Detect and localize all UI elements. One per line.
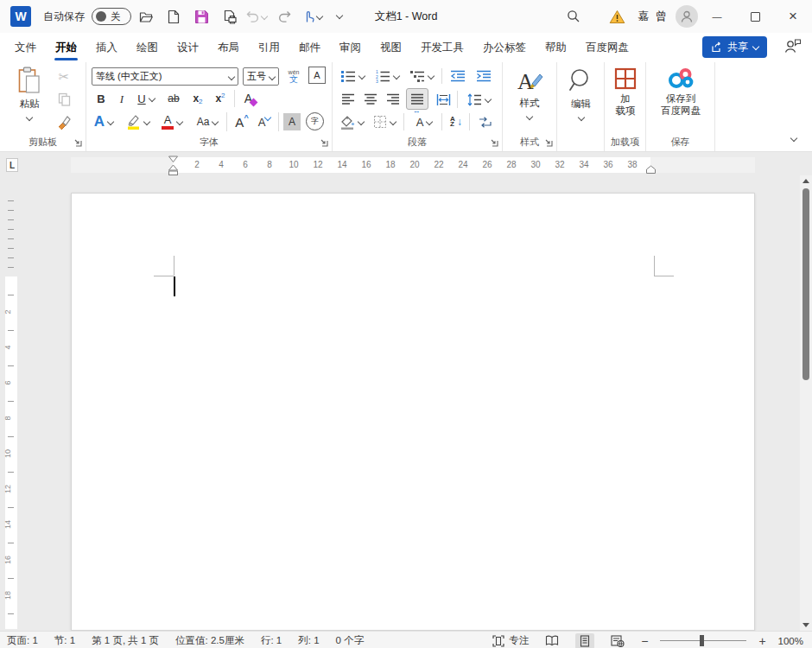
text-effects-button[interactable]: A [90,111,117,132]
minimize-button[interactable]: — [698,0,736,33]
align-right-button[interactable] [383,90,403,109]
shrink-font-button[interactable]: A [254,111,275,132]
borders-button[interactable] [369,112,400,131]
tab-references[interactable]: 引用 [249,33,289,62]
paste-button[interactable]: 粘贴 [9,67,50,143]
autosave-toggle[interactable]: 关 [92,8,131,25]
sort-button[interactable]: AZ ↓ [445,112,467,131]
tab-file[interactable]: 文件 [5,33,46,62]
redo-button[interactable] [271,4,297,29]
position-indicator[interactable]: 位置值: 2.5厘米 [175,634,244,647]
numbering-button[interactable]: 123 [372,67,402,85]
increase-indent-button[interactable] [473,67,495,85]
web-layout-button[interactable] [606,633,629,648]
right-indent-marker[interactable] [645,165,657,175]
word-logo[interactable]: W [10,6,31,27]
bold-button[interactable]: B [92,89,111,108]
tab-stop-selector[interactable]: L [6,158,18,172]
font-color-button[interactable]: A [157,111,187,132]
zoom-percentage[interactable]: 100% [778,636,803,646]
tab-draw[interactable]: 绘图 [127,33,168,62]
tab-baidu-netdisk[interactable]: 百度网盘 [576,33,638,62]
collapse-ribbon-button[interactable] [784,130,803,146]
share-button[interactable]: 共享 [702,36,767,58]
first-line-indent-marker[interactable] [168,156,179,163]
font-dialog-launcher[interactable] [320,138,328,147]
scroll-down-arrow[interactable] [802,623,809,627]
scroll-up-arrow[interactable] [802,179,809,183]
multilevel-list-button[interactable] [407,67,436,85]
zoom-out-button[interactable]: − [641,634,648,648]
enclose-characters-button[interactable]: 字 [306,112,324,130]
tab-help[interactable]: 帮助 [536,33,576,62]
bullets-button[interactable] [338,67,367,85]
tab-design[interactable]: 设计 [168,33,208,62]
undo-button[interactable] [244,4,270,29]
editing-button[interactable]: 编辑 [561,67,601,145]
section-indicator[interactable]: 节: 1 [54,634,75,647]
tab-insert[interactable]: 插入 [86,33,127,62]
document-page[interactable] [71,193,755,631]
tab-mailings[interactable]: 邮件 [289,33,330,62]
character-shading-button[interactable]: A [283,113,301,130]
cut-button[interactable]: ✂ [54,67,74,86]
character-border-button[interactable]: A [308,67,326,84]
scrollbar-thumb[interactable] [802,188,809,380]
page-indicator[interactable]: 页面: 1 [7,634,38,647]
font-size-combo[interactable]: 五号 [243,67,279,86]
show-hide-marks-button[interactable] [473,112,497,131]
tab-layout[interactable]: 布局 [208,33,249,62]
tab-developer[interactable]: 开发工具 [411,33,473,62]
warning-icon[interactable] [609,10,625,24]
grow-font-button[interactable]: A ^ [232,111,252,132]
person-comment-button[interactable] [784,38,802,54]
distribute-text-button[interactable] [433,90,454,109]
tab-view[interactable]: 视图 [371,33,411,62]
underline-button[interactable]: U [133,89,159,108]
customize-qat-button[interactable] [327,4,352,29]
search-button[interactable] [561,4,587,29]
print-layout-button[interactable] [575,633,594,648]
phonetic-guide-button[interactable]: wén 文 [283,66,304,86]
word-count-indicator[interactable]: 0 个字 [336,634,365,647]
addins-button[interactable]: 加 载项 [608,67,643,140]
save-button[interactable] [188,4,214,29]
new-document-button[interactable] [161,4,187,29]
paragraph-dialog-launcher[interactable] [490,138,498,147]
baidu-save-button[interactable]: 保存到 百度网盘 [651,67,710,140]
page-count-indicator[interactable]: 第 1 页, 共 1 页 [92,634,159,647]
tab-review[interactable]: 审阅 [330,33,371,62]
align-left-button[interactable] [338,90,358,109]
subscript-button[interactable]: x 2 [187,89,208,108]
maximize-button[interactable] [736,0,774,33]
tab-office-tab[interactable]: 办公标签 [473,33,536,62]
user-name[interactable]: 嘉 曾 [638,9,669,24]
format-painter-button[interactable] [54,112,74,131]
zoom-in-button[interactable]: + [758,634,765,648]
open-button[interactable] [133,4,159,29]
decrease-indent-button[interactable] [447,67,469,85]
tab-home[interactable]: 开始 [46,33,86,62]
column-indicator[interactable]: 列: 1 [298,634,319,647]
clear-formatting-button[interactable]: A [239,89,262,108]
superscript-button[interactable]: x 2 [210,89,231,108]
zoom-slider-handle[interactable] [700,635,704,646]
hanging-indent-marker[interactable] [168,164,179,176]
close-button[interactable]: × [774,0,812,33]
line-indicator[interactable]: 行: 1 [261,634,282,647]
strikethrough-button[interactable]: ab [163,89,184,108]
shading-button[interactable] [336,112,367,131]
read-mode-button[interactable] [541,633,563,648]
focus-mode-button[interactable]: 专注 [492,634,529,647]
avatar[interactable] [676,5,698,28]
align-center-button[interactable] [360,90,381,109]
print-preview-button[interactable] [216,4,242,29]
styles-dialog-launcher[interactable] [544,138,553,147]
italic-button[interactable]: I [112,89,131,108]
asian-layout-button[interactable]: ↔ A [409,112,440,131]
line-spacing-button[interactable] [462,90,495,109]
highlight-color-button[interactable] [123,111,152,132]
styles-button[interactable]: A 样式 [508,67,551,143]
touch-mouse-mode-button[interactable] [299,4,325,29]
vertical-scrollbar[interactable] [800,175,812,631]
